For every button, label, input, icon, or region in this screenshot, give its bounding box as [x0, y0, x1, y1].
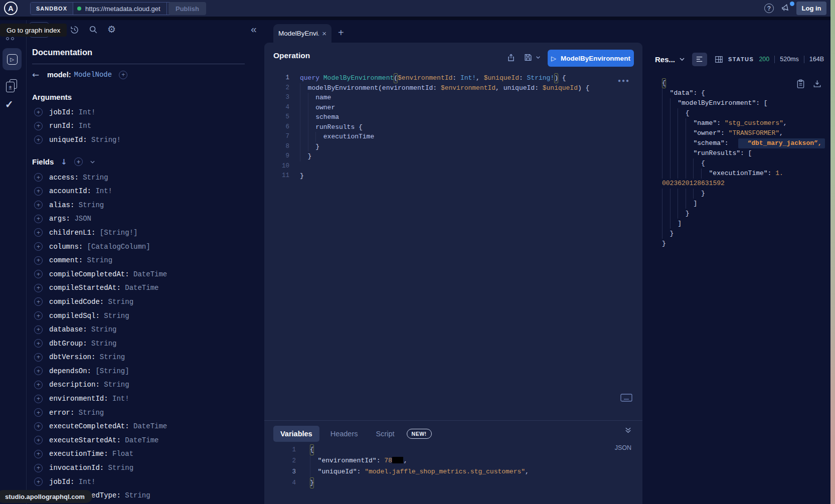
field-row: +invocationId: String — [32, 461, 248, 475]
help-icon[interactable]: ? — [764, 4, 774, 13]
share-icon[interactable] — [507, 53, 516, 62]
field-row: +description: String — [32, 378, 248, 392]
variables-tab-bar: Variables Headers Script NEW! — [273, 426, 432, 442]
sidebar-item-explorer[interactable]: ▷ — [3, 48, 22, 70]
response-title[interactable]: Res... — [655, 55, 675, 64]
add-field-button[interactable]: + — [34, 108, 43, 116]
sidebar-item-schema-diff[interactable]: ± — [6, 79, 18, 93]
operation-editor[interactable]: 1query ModelByEnvironment($environmentId… — [264, 73, 642, 181]
field-label[interactable]: dbtVersion: String — [49, 353, 125, 361]
add-field-button[interactable]: + — [34, 297, 43, 306]
add-field-button[interactable]: + — [34, 464, 43, 472]
history-icon[interactable] — [70, 25, 79, 35]
publish-button[interactable]: Publish — [169, 2, 206, 15]
settings-gear-icon[interactable]: ⚙ — [107, 24, 116, 35]
collapse-variables-icon[interactable] — [624, 427, 632, 434]
field-label[interactable]: compiledCode: String — [49, 298, 133, 306]
field-label[interactable]: comment: String — [49, 256, 112, 264]
add-field-button[interactable]: + — [34, 353, 43, 362]
add-field-button[interactable]: + — [34, 325, 43, 334]
response-viewer[interactable]: {"data": {"modelByEnvironment": [{"name"… — [662, 78, 835, 249]
field-label[interactable]: access: String — [49, 174, 108, 182]
add-field-button[interactable]: + — [34, 270, 43, 278]
field-label[interactable]: executeCompletedAt: DateTime — [49, 422, 167, 430]
add-type-button[interactable]: + — [119, 71, 127, 79]
tab-variables[interactable]: Variables — [273, 426, 319, 442]
new-tab-button[interactable]: + — [338, 27, 344, 39]
add-field-button[interactable]: + — [34, 201, 43, 209]
field-label[interactable]: jobId: Int! — [49, 478, 95, 486]
field-label[interactable]: error: String — [49, 409, 104, 417]
argument-row: +jobId: Int! — [32, 105, 248, 119]
add-field-button[interactable]: + — [34, 242, 43, 251]
add-field-button[interactable]: + — [34, 395, 43, 403]
add-field-button[interactable]: + — [34, 256, 43, 265]
endpoint-url[interactable]: https://metadata.cloud.get — [85, 5, 160, 13]
raw-view-toggle[interactable] — [692, 53, 707, 66]
apollo-logo[interactable]: A — [4, 2, 18, 15]
field-label[interactable]: executionTime: Float — [49, 450, 133, 458]
field-label[interactable]: alias: String — [49, 201, 104, 209]
collapse-sidebar-icon[interactable]: « — [251, 23, 257, 35]
variables-line: 2"environmentId": 78, — [264, 455, 642, 466]
search-icon[interactable] — [89, 25, 98, 34]
add-field-button[interactable]: + — [34, 187, 43, 196]
add-field-button[interactable]: + — [34, 173, 43, 182]
add-field-button[interactable]: + — [34, 339, 43, 348]
add-field-button[interactable]: + — [34, 311, 43, 320]
field-label[interactable]: compiledSql: String — [49, 312, 129, 320]
add-field-button[interactable]: + — [34, 228, 43, 237]
sidebar-item-checks[interactable]: ✓ — [5, 98, 14, 110]
field-label[interactable]: executeStartedAt: DateTime — [49, 436, 158, 444]
field-label[interactable]: description: String — [49, 381, 129, 389]
field-label[interactable]: jobId: Int! — [49, 108, 95, 116]
field-label[interactable]: invocationId: String — [49, 464, 133, 472]
add-field-button[interactable]: + — [34, 436, 43, 444]
field-label[interactable]: dependsOn: [String] — [49, 367, 129, 375]
add-field-button[interactable]: + — [34, 135, 43, 144]
field-label[interactable]: columns: [CatalogColumn] — [49, 243, 150, 251]
doc-type-name[interactable]: ModelNode — [74, 71, 112, 79]
field-label[interactable]: uniqueId: String! — [49, 136, 121, 144]
response-dropdown-chevron-icon[interactable] — [679, 57, 685, 61]
variables-editor[interactable]: 1{2"environmentId": 78,3"uniqueId": "mod… — [264, 444, 642, 488]
tab-script[interactable]: Script — [369, 426, 402, 442]
field-label[interactable]: dbtGroup: String — [49, 340, 116, 348]
add-field-button[interactable]: + — [34, 122, 43, 130]
add-field-button[interactable]: + — [34, 477, 43, 486]
chevron-down-icon[interactable] — [90, 160, 95, 164]
add-field-button[interactable]: + — [34, 284, 43, 292]
add-field-button[interactable]: + — [34, 215, 43, 223]
add-all-fields-button[interactable]: + — [74, 157, 83, 166]
save-dropdown-chevron-icon[interactable] — [536, 56, 541, 59]
field-label[interactable]: compileCompletedAt: DateTime — [49, 270, 167, 278]
login-button[interactable]: Log in — [796, 2, 826, 15]
announcements-icon[interactable] — [780, 3, 790, 13]
sort-fields-icon[interactable]: ↓ — [61, 157, 67, 166]
back-arrow-icon[interactable]: ← — [32, 70, 47, 80]
field-label[interactable]: database: String — [49, 325, 116, 333]
add-field-button[interactable]: + — [34, 422, 43, 431]
add-field-button[interactable]: + — [34, 450, 43, 458]
field-label[interactable]: accountId: Int! — [49, 187, 112, 195]
add-field-button[interactable]: + — [34, 381, 43, 389]
topbar-divider — [0, 17, 835, 20]
add-field-button[interactable]: + — [34, 367, 43, 375]
close-tab-icon[interactable]: × — [322, 29, 326, 38]
tab-modelbyenvironment[interactable]: ModelByEnvi... × — [273, 24, 331, 43]
keyboard-shortcuts-icon[interactable] — [620, 394, 632, 402]
field-label[interactable]: childrenL1: [String!] — [49, 229, 137, 237]
new-badge: NEW! — [407, 429, 432, 439]
endpoint-url-bar[interactable]: SANDBOX https://metadata.cloud.get ⚙ — [30, 2, 181, 15]
field-label[interactable]: compileStartedAt: DateTime — [49, 284, 158, 292]
tab-headers[interactable]: Headers — [323, 426, 365, 442]
table-view-toggle[interactable] — [711, 53, 726, 66]
graph-icon[interactable] — [6, 37, 14, 40]
field-label[interactable]: args: JSON — [49, 215, 91, 223]
field-label[interactable]: environmentId: Int! — [49, 395, 129, 403]
run-operation-button[interactable]: ▷ ModelByEnvironment — [548, 50, 634, 67]
add-field-button[interactable]: + — [34, 408, 43, 417]
field-label[interactable]: runId: Int — [49, 122, 91, 130]
stat-divider — [804, 56, 804, 63]
save-icon[interactable] — [524, 53, 533, 62]
